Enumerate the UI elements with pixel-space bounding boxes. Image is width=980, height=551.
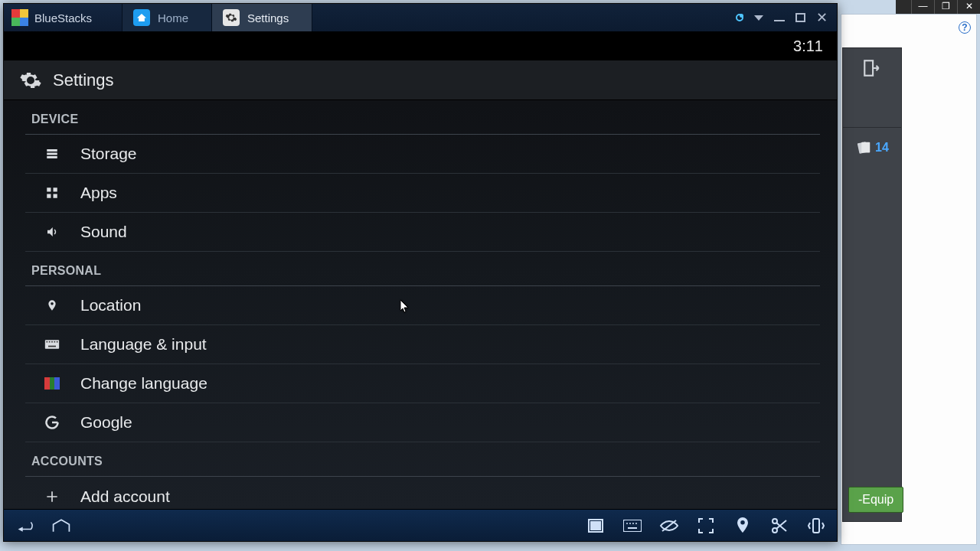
settings-item-language-input[interactable]: Language & input [25,325,820,364]
bluestacks-titlebar[interactable]: BlueStacks Home Settings ✕ [4,4,837,31]
svg-rect-11 [47,341,48,343]
settings-item-change-language[interactable]: Change language [25,364,820,403]
android-status-bar: 3:11 [4,31,837,60]
settings-item-label: Storage [80,145,137,163]
android-nav-bar [4,509,837,541]
svg-rect-0 [864,60,873,76]
back-button[interactable] [15,516,34,536]
settings-item-label: Add account [80,487,170,506]
nav-eye-off-icon[interactable] [659,516,679,536]
svg-rect-4 [47,153,57,155]
settings-gear-icon [19,69,42,92]
bluestacks-window-controls: ✕ [736,4,837,31]
game-side-panel: 14 [842,47,902,522]
settings-item-sound[interactable]: Sound [25,213,820,252]
nav-keyboard-icon[interactable] [622,516,642,536]
settings-item-label: Language & input [80,335,207,354]
plus-icon [44,489,60,504]
section-header-device: DEVICE [25,100,820,135]
bluestacks-window: BlueStacks Home Settings ✕ 3:11 Settings… [3,3,838,542]
settings-item-label: Apps [80,184,117,202]
help-icon[interactable]: ? [959,21,971,34]
google-icon [44,415,60,430]
sound-icon [44,225,60,239]
side-panel-badge-count: 14 [875,141,889,155]
tab-home[interactable]: Home [122,4,212,31]
settings-item-label: Sound [80,223,127,241]
settings-item-google[interactable]: Google [25,403,820,442]
dropdown-icon[interactable] [754,15,763,21]
cards-icon [855,139,872,156]
bluestacks-logo-icon [11,9,28,26]
tab-settings-label: Settings [247,11,289,24]
apps-icon [44,186,60,200]
notification-indicator-icon[interactable] [736,14,743,21]
svg-rect-30 [813,519,819,533]
svg-rect-6 [47,187,51,191]
svg-rect-27 [628,527,637,529]
tab-home-label: Home [158,11,188,24]
svg-rect-7 [54,187,57,191]
bluestacks-brand-tab[interactable]: BlueStacks [4,4,122,31]
side-panel-exit-row[interactable] [843,48,901,88]
svg-rect-13 [51,341,53,343]
outer-close-button[interactable]: ✕ [957,0,980,14]
settings-title: Settings [53,70,114,90]
svg-rect-16 [48,346,56,347]
settings-item-apps[interactable]: Apps [25,174,820,213]
home-button[interactable] [51,516,71,536]
tab-settings[interactable]: Settings [212,4,312,31]
svg-rect-5 [47,156,57,158]
settings-item-label: Google [80,413,132,432]
svg-rect-3 [47,149,57,152]
svg-rect-8 [47,194,51,198]
nav-window-icon[interactable] [586,516,606,536]
settings-item-label: Change language [80,374,207,393]
settings-item-label: Location [80,296,141,315]
outer-minimize-button[interactable]: — [911,0,934,14]
storage-icon [44,147,60,161]
settings-item-add-account[interactable]: Add account [25,477,820,509]
outer-maximize-button[interactable]: ❐ [934,0,957,14]
bluestacks-brand-label: BlueStacks [34,11,92,24]
settings-item-location[interactable]: Location [25,286,820,325]
section-header-personal: PERSONAL [25,252,820,286]
nav-scissors-icon[interactable] [769,516,789,536]
svg-point-25 [632,523,634,524]
bs-close-button[interactable]: ✕ [816,9,828,26]
settings-list[interactable]: DEVICE Storage Apps Sound PERSONAL Locat [4,100,837,509]
svg-rect-2 [861,142,870,153]
location-icon [44,298,60,313]
side-panel-cards-row[interactable]: 14 [843,128,901,168]
gear-icon [223,9,240,26]
bs-minimize-button[interactable] [774,20,785,21]
svg-point-24 [629,523,631,524]
nav-shake-icon[interactable] [806,516,826,536]
svg-rect-12 [49,341,51,343]
svg-rect-21 [591,522,600,530]
settings-item-storage[interactable]: Storage [25,135,820,174]
home-icon [133,9,150,26]
bs-maximize-button[interactable] [795,13,805,22]
svg-rect-15 [57,341,58,343]
exit-door-icon [862,58,882,78]
language-flag-icon [44,377,60,390]
svg-rect-22 [623,520,642,532]
nav-fullscreen-icon[interactable] [696,516,716,536]
status-time: 3:11 [793,37,823,55]
equip-button[interactable]: -Equip [848,487,903,513]
svg-point-26 [635,523,637,524]
svg-rect-19 [54,377,60,390]
svg-rect-18 [44,377,50,390]
svg-rect-9 [54,194,57,198]
settings-header: Settings [4,60,837,100]
outer-window-titlebar: — ❐ ✕ [896,0,980,14]
nav-location-icon[interactable] [733,516,753,536]
mouse-cursor-icon [400,300,410,314]
keyboard-icon [44,339,60,350]
svg-rect-14 [54,341,56,343]
side-panel-divider [843,88,901,128]
section-header-accounts: ACCOUNTS [25,442,820,477]
svg-point-23 [626,523,628,524]
